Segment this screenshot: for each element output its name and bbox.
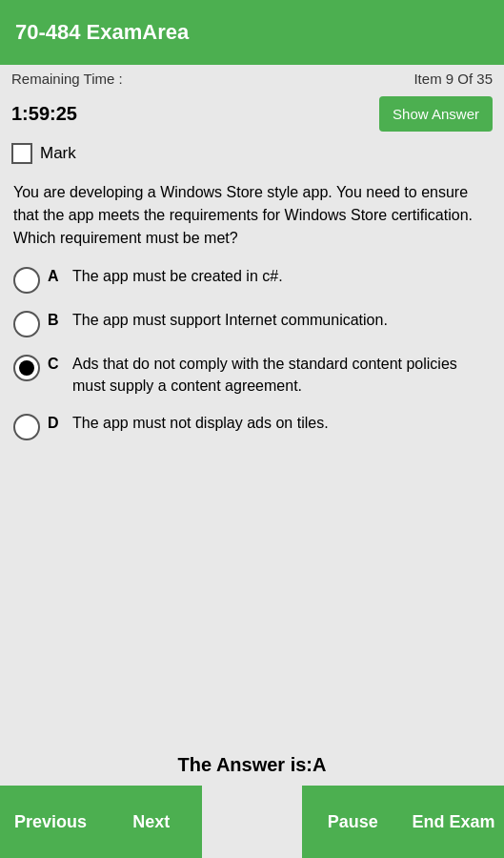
option-text-c: Ads that do not comply with the standard… <box>72 353 491 397</box>
mark-checkbox[interactable] <box>11 143 32 164</box>
timer-display: 1:59:25 <box>11 103 77 125</box>
info-bar: Remaining Time : Item 9 Of 35 <box>0 65 504 92</box>
mark-label: Mark <box>40 144 76 163</box>
app-title: 70-484 ExamArea <box>15 20 189 45</box>
answer-text: The Answer is:A <box>178 754 327 775</box>
mark-row: Mark <box>0 139 504 174</box>
next-button[interactable]: Next <box>101 786 202 858</box>
option-text-b: The app must support Internet communicat… <box>72 309 491 331</box>
radio-a[interactable] <box>13 267 40 294</box>
option-letter-a: A <box>48 268 67 285</box>
end-exam-button[interactable]: End Exam <box>403 786 504 858</box>
option-text-d: The app must not display ads on tiles. <box>72 412 491 434</box>
radio-c-fill <box>19 360 34 376</box>
option-row-a[interactable]: A The app must be created in c#. <box>10 265 494 294</box>
option-letter-b: B <box>48 312 67 329</box>
options-area: A The app must be created in c#. B The a… <box>0 265 504 440</box>
option-row-d[interactable]: D The app must not display ads on tiles. <box>10 412 494 440</box>
header: 70-484 ExamArea <box>0 0 504 65</box>
radio-c[interactable] <box>13 355 40 381</box>
bottom-nav: Previous Next Pause End Exam <box>0 786 504 858</box>
question-text: You are developing a Windows Store style… <box>0 174 504 265</box>
pause-button[interactable]: Pause <box>302 786 403 858</box>
radio-b[interactable] <box>13 311 40 337</box>
option-text-a: The app must be created in c#. <box>72 265 491 287</box>
remaining-label: Remaining Time : <box>11 71 123 87</box>
nav-spacer <box>202 786 303 858</box>
option-letter-c: C <box>48 356 67 373</box>
item-counter: Item 9 Of 35 <box>413 71 493 87</box>
timer-row: 1:59:25 Show Answer <box>0 92 504 139</box>
answer-section: The Answer is:A <box>0 745 504 786</box>
radio-d[interactable] <box>13 414 40 440</box>
option-letter-d: D <box>48 415 67 432</box>
previous-button[interactable]: Previous <box>0 786 101 858</box>
option-row-c[interactable]: C Ads that do not comply with the standa… <box>10 353 494 397</box>
show-answer-button[interactable]: Show Answer <box>379 96 493 132</box>
option-row-b[interactable]: B The app must support Internet communic… <box>10 309 494 337</box>
